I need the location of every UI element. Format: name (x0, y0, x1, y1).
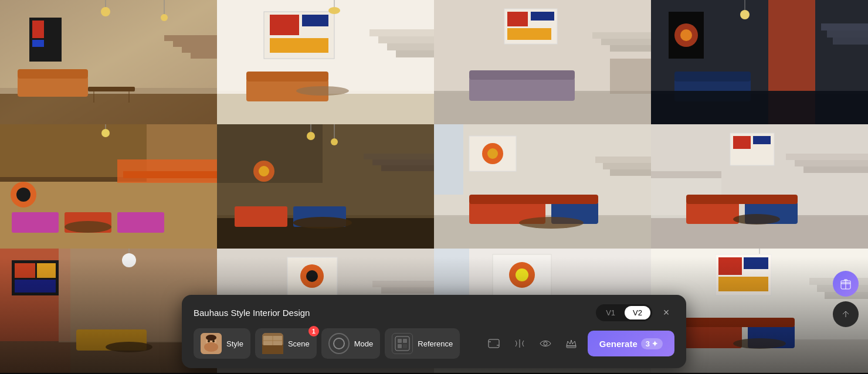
svg-rect-168 (718, 257, 742, 275)
close-button[interactable]: × (658, 305, 674, 321)
mode-circle-icon (333, 338, 345, 349)
svg-rect-86 (381, 165, 434, 171)
svg-rect-127 (0, 249, 70, 373)
svg-rect-117 (803, 166, 868, 173)
svg-point-33 (328, 7, 340, 14)
grid-cell-1[interactable] (0, 0, 217, 124)
grid-cell-4[interactable] (651, 0, 868, 124)
svg-rect-52 (768, 0, 815, 124)
svg-rect-55 (833, 38, 868, 45)
svg-rect-134 (76, 329, 147, 351)
svg-rect-7 (191, 53, 217, 59)
aspect-ratio-button[interactable] (482, 332, 506, 355)
svg-rect-5 (173, 41, 217, 47)
svg-rect-167 (716, 254, 771, 295)
svg-point-91 (331, 138, 338, 145)
svg-point-181 (208, 340, 210, 342)
svg-rect-2 (0, 88, 217, 124)
svg-rect-191 (398, 344, 402, 348)
svg-rect-17 (88, 87, 135, 91)
svg-rect-131 (15, 280, 56, 293)
svg-rect-107 (551, 202, 598, 224)
grid-cell-3[interactable] (434, 0, 651, 124)
svg-point-145 (306, 270, 318, 282)
svg-rect-143 (287, 257, 337, 295)
svg-rect-68 (0, 182, 217, 249)
svg-point-15 (161, 14, 168, 21)
svg-rect-53 (821, 23, 868, 30)
svg-rect-21 (217, 91, 434, 124)
grid-cell-8[interactable] (651, 124, 868, 249)
generate-button[interactable]: Generate 3 ✦ (588, 331, 674, 356)
svg-rect-69 (117, 159, 217, 183)
svg-rect-6 (182, 47, 217, 53)
svg-rect-26 (396, 50, 434, 57)
svg-point-95 (293, 217, 352, 229)
svg-rect-65 (0, 124, 217, 249)
crown-button[interactable] (560, 332, 583, 355)
svg-rect-173 (677, 318, 795, 327)
svg-point-182 (212, 340, 215, 342)
svg-rect-72 (65, 212, 111, 233)
svg-rect-66 (0, 124, 147, 177)
svg-rect-115 (786, 154, 868, 160)
scroll-up-button[interactable] (833, 301, 859, 327)
compare-button[interactable] (508, 332, 531, 355)
svg-rect-45 (531, 12, 554, 21)
svg-rect-67 (0, 177, 147, 182)
svg-rect-128 (12, 260, 59, 295)
svg-rect-47 (469, 77, 575, 101)
svg-rect-49 (610, 59, 651, 94)
svg-rect-110 (651, 124, 868, 249)
reference-icon (394, 335, 411, 352)
svg-point-104 (487, 148, 498, 159)
svg-point-61 (740, 10, 750, 19)
svg-rect-122 (745, 202, 798, 224)
svg-rect-83 (217, 124, 323, 183)
svg-rect-25 (387, 43, 434, 50)
svg-rect-23 (369, 29, 434, 36)
reference-tool[interactable]: Reference (385, 328, 460, 359)
svg-rect-129 (15, 263, 35, 278)
svg-rect-64 (0, 124, 217, 249)
svg-rect-188 (395, 336, 409, 351)
eye-button[interactable] (534, 332, 557, 355)
grid-cell-5[interactable] (0, 124, 217, 249)
grid-cell-7[interactable] (434, 124, 651, 249)
gift-button[interactable] (833, 271, 859, 297)
svg-rect-84 (364, 154, 434, 159)
svg-rect-81 (217, 215, 434, 249)
svg-rect-39 (434, 91, 651, 124)
svg-rect-192 (403, 344, 407, 348)
svg-rect-99 (595, 157, 651, 163)
svg-rect-141 (372, 281, 434, 287)
svg-rect-82 (217, 124, 434, 218)
svg-rect-101 (610, 169, 651, 176)
svg-rect-22 (217, 0, 434, 94)
svg-rect-85 (372, 159, 434, 165)
svg-rect-189 (398, 339, 402, 343)
svg-point-155 (509, 262, 535, 288)
aspect-ratio-icon (487, 337, 500, 350)
version-v2-button[interactable]: V2 (625, 306, 650, 319)
svg-rect-27 (264, 12, 334, 59)
svg-rect-193 (489, 339, 499, 348)
grid-cell-2[interactable] (217, 0, 434, 124)
style-tool[interactable]: Style (194, 328, 250, 359)
svg-rect-9 (18, 69, 88, 79)
version-v1-button[interactable]: V1 (598, 306, 623, 319)
svg-rect-28 (270, 15, 299, 35)
svg-rect-111 (651, 124, 868, 217)
grid-cell-6[interactable] (217, 124, 434, 249)
svg-point-135 (122, 253, 136, 267)
svg-rect-48 (469, 70, 575, 80)
scene-tool[interactable]: Scene 1 (255, 328, 317, 359)
svg-rect-38 (434, 0, 651, 93)
svg-rect-87 (235, 206, 287, 227)
svg-rect-102 (469, 136, 516, 171)
toolbar-row: Style Scene 1 Mode (194, 328, 674, 359)
svg-rect-106 (469, 202, 545, 224)
svg-rect-3 (0, 0, 217, 94)
mode-tool[interactable]: Mode (321, 328, 381, 359)
svg-rect-41 (601, 39, 651, 45)
